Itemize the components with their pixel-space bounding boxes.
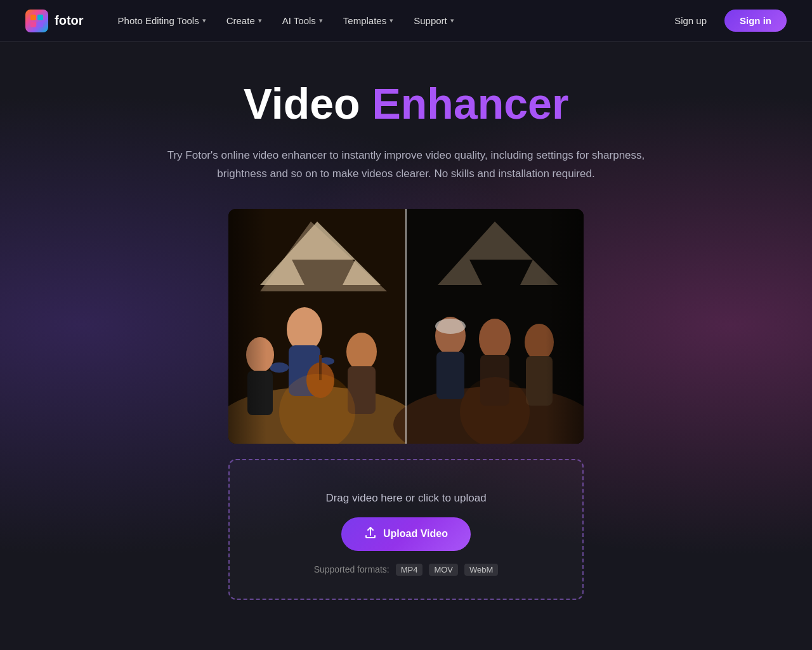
video-preview [228,209,584,444]
format-webm: WebM [464,564,498,576]
chevron-down-icon: ▾ [450,17,454,25]
logo-text: fotor [55,13,84,28]
nav-ai-tools[interactable]: AI Tools ▾ [273,10,332,31]
svg-point-11 [270,362,289,373]
svg-rect-3 [37,22,43,27]
page-title: Video Enhancer [244,80,569,128]
nav-links: Photo Editing Tools ▾ Create ▾ AI Tools … [109,10,666,31]
svg-point-17 [346,333,377,371]
signup-button[interactable]: Sign up [665,10,716,31]
format-mov: MOV [429,564,458,576]
hero-subtitle: Try Fotor's online video enhancer to ins… [165,147,647,183]
nav-support[interactable]: Support ▾ [405,10,463,31]
supported-formats: Supported formats: MP4 MOV WebM [314,564,499,576]
svg-rect-33 [546,209,584,444]
upload-area[interactable]: Drag video here or click to upload Uploa… [228,459,584,600]
svg-rect-24 [436,352,464,399]
svg-rect-32 [228,209,266,444]
format-mp4: MP4 [396,564,423,576]
svg-rect-2 [30,22,36,27]
drag-drop-text: Drag video here or click to upload [325,492,486,505]
logo-link[interactable]: fotor [25,10,84,32]
svg-point-9 [287,307,322,352]
nav-create[interactable]: Create ▾ [218,10,271,31]
main-content: Video Enhancer Try Fotor's online video … [0,42,812,625]
upload-icon [364,526,377,542]
nav-templates[interactable]: Templates ▾ [334,10,402,31]
upload-video-button[interactable]: Upload Video [341,517,471,551]
logo-icon [25,10,48,32]
chevron-down-icon: ▾ [202,17,206,25]
svg-rect-1 [37,15,43,20]
svg-rect-0 [30,15,36,20]
chevron-down-icon: ▾ [319,17,323,25]
svg-point-26 [479,319,511,359]
svg-point-30 [460,377,530,444]
nav-photo-editing[interactable]: Photo Editing Tools ▾ [109,10,215,31]
chevron-down-icon: ▾ [258,17,262,25]
chevron-down-icon: ▾ [390,17,393,25]
signin-button[interactable]: Sign in [724,10,787,32]
nav-actions: Sign up Sign in [665,10,787,32]
navbar: fotor Photo Editing Tools ▾ Create ▾ AI … [0,0,812,42]
svg-point-25 [435,319,466,334]
